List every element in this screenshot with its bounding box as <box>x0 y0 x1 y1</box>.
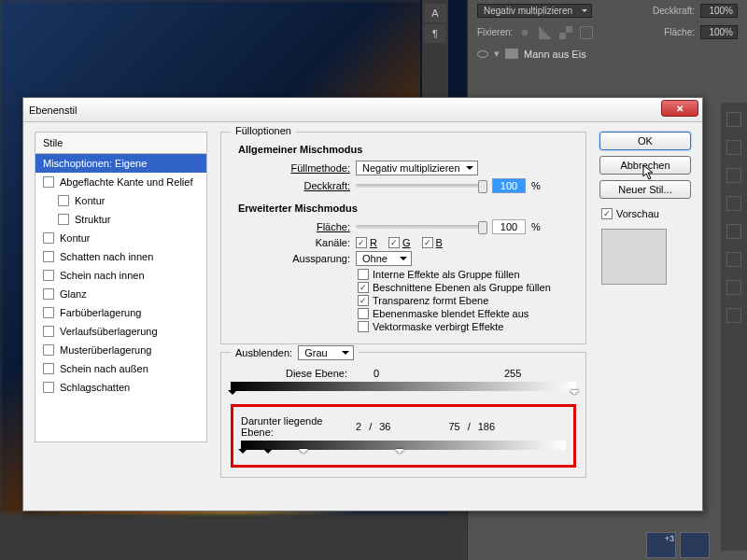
layer-thumb[interactable] <box>680 532 710 558</box>
panel-icon[interactable] <box>726 168 741 183</box>
under-high1: 75 <box>448 421 459 432</box>
opacity-input[interactable] <box>492 178 526 193</box>
checkbox[interactable] <box>43 270 54 281</box>
checkbox[interactable] <box>58 214 69 225</box>
style-contour[interactable]: Kontur <box>35 191 206 210</box>
opacity-label: Deckkraft: <box>653 6 695 16</box>
layer-group-row[interactable]: ▾ Mann aus Eis <box>468 43 747 64</box>
panel-icon[interactable] <box>726 224 741 239</box>
knockout-dropdown[interactable]: Ohne <box>356 251 412 266</box>
layer-thumb[interactable]: +3 <box>646 532 676 558</box>
under-low2: 36 <box>379 421 390 432</box>
this-low: 0 <box>353 368 400 379</box>
new-style-button[interactable]: Neuer Stil... <box>599 180 691 199</box>
opacity-value[interactable]: 100% <box>700 4 738 18</box>
visibility-icon[interactable] <box>477 50 488 58</box>
panel-icon[interactable] <box>726 252 741 267</box>
channel-b-checkbox[interactable] <box>422 237 433 248</box>
lock-transparency-icon[interactable] <box>518 26 531 39</box>
channels-label: Kanäle: <box>231 237 350 248</box>
cancel-button[interactable]: Abbrechen <box>599 156 691 175</box>
channel-g-checkbox[interactable] <box>388 237 400 248</box>
panel-icon[interactable] <box>726 280 741 295</box>
blend-clipped-checkbox[interactable] <box>358 282 369 293</box>
blend-mode-dropdown[interactable]: Negativ multiplizieren <box>356 161 478 175</box>
ok-button[interactable]: OK <box>599 132 691 150</box>
preview-checkbox[interactable] <box>601 208 613 219</box>
lock-move-icon[interactable] <box>559 26 572 39</box>
under-low1: 2 <box>356 421 361 432</box>
checkbox[interactable] <box>43 326 54 337</box>
transparency-shapes-checkbox[interactable] <box>358 295 369 306</box>
fill-opacity-label: Fläche: <box>231 221 350 232</box>
preview-label: Vorschau <box>616 208 659 219</box>
layer-mask-hides-checkbox[interactable] <box>358 308 369 319</box>
checkbox[interactable] <box>43 344 54 356</box>
dialog-titlebar[interactable]: Ebenenstil ✕ <box>23 98 702 122</box>
style-blending-options[interactable]: Mischoptionen: Eigene <box>35 154 206 173</box>
checkbox[interactable] <box>43 382 54 393</box>
style-gradient-overlay[interactable]: Verlaufsüberlagerung <box>35 322 206 341</box>
panel-icon[interactable] <box>726 112 741 127</box>
slider-handle[interactable] <box>299 449 308 458</box>
this-high: 255 <box>504 368 521 379</box>
slider-handle[interactable] <box>570 390 579 399</box>
style-satin[interactable]: Glanz <box>35 285 206 303</box>
style-inner-glow[interactable]: Schein nach innen <box>35 266 206 285</box>
blend-if-fieldset: Ausblenden: Grau Diese Ebene: 0 255 Daru… <box>220 352 586 478</box>
panel-icon[interactable] <box>726 196 741 211</box>
opacity-label: Deckkraft: <box>231 180 350 191</box>
blend-if-label: Ausblenden: <box>235 347 292 358</box>
vector-mask-hides-checkbox[interactable] <box>358 321 369 332</box>
checkbox[interactable] <box>43 363 54 374</box>
panel-icon[interactable] <box>726 140 741 155</box>
blend-if-dropdown[interactable]: Grau <box>298 345 354 360</box>
advanced-blend-title: Erweiterter Mischmodus <box>238 203 576 214</box>
chevron-down-icon[interactable]: ▾ <box>494 48 500 60</box>
fill-label: Fläche: <box>664 27 695 37</box>
checkbox[interactable] <box>43 176 54 188</box>
this-layer-gradient[interactable] <box>231 382 576 391</box>
slider-handle[interactable] <box>238 449 247 458</box>
style-color-overlay[interactable]: Farbüberlagerung <box>35 303 206 322</box>
style-outer-glow[interactable]: Schein nach außen <box>35 359 206 378</box>
blend-interior-checkbox[interactable] <box>358 269 369 280</box>
lock-label: Fixieren: <box>477 27 513 37</box>
lock-brush-icon[interactable] <box>539 26 552 39</box>
underlying-label: Darunter liegende Ebene: <box>241 415 350 438</box>
channel-r-checkbox[interactable] <box>356 237 367 248</box>
style-pattern-overlay[interactable]: Musterüberlagerung <box>35 341 206 359</box>
lock-all-icon[interactable] <box>580 26 593 39</box>
under-high2: 186 <box>478 421 495 432</box>
style-texture[interactable]: Struktur <box>35 210 206 229</box>
this-layer-label: Diese Ebene: <box>231 368 347 379</box>
style-stroke[interactable]: Kontur <box>35 229 206 247</box>
slider-handle[interactable] <box>228 390 237 399</box>
panel-icon[interactable] <box>726 308 741 323</box>
opacity-slider[interactable] <box>356 184 486 188</box>
close-button[interactable]: ✕ <box>661 100 698 117</box>
style-inner-shadow[interactable]: Schatten nach innen <box>35 247 206 266</box>
slider-handle[interactable] <box>395 449 404 458</box>
knockout-label: Aussparung: <box>231 253 350 264</box>
style-drop-shadow[interactable]: Schlagschatten <box>35 378 206 397</box>
checkbox[interactable] <box>43 251 54 262</box>
fill-value[interactable]: 100% <box>700 25 738 39</box>
paragraph-panel-icon[interactable]: ¶ <box>424 24 446 43</box>
panel-dock <box>721 103 747 551</box>
checkbox[interactable] <box>43 307 54 318</box>
unit-label: % <box>531 221 541 232</box>
fill-options-fieldset: Fülloptionen Allgemeiner Mischmodus Füll… <box>220 132 586 344</box>
fill-opacity-input[interactable]: 100 <box>492 219 526 234</box>
style-bevel[interactable]: Abgeflachte Kante und Relief <box>35 173 206 191</box>
folder-icon <box>505 49 518 59</box>
fill-opacity-slider[interactable] <box>356 225 486 229</box>
blend-mode-dropdown[interactable]: Negativ multiplizieren <box>477 4 592 18</box>
type-panel-icon[interactable]: A <box>424 4 446 22</box>
checkbox[interactable] <box>58 195 69 206</box>
checkbox[interactable] <box>43 232 54 244</box>
slider-handle[interactable] <box>263 449 273 458</box>
checkbox[interactable] <box>43 288 54 300</box>
styles-list: Mischoptionen: Eigene Abgeflachte Kante … <box>35 153 207 442</box>
underlying-gradient[interactable] <box>241 441 566 450</box>
